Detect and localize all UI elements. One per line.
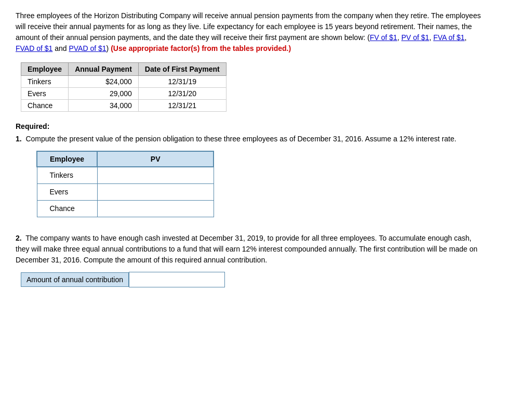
- employee-name: Evers: [21, 88, 69, 100]
- pv-tinkers-cell[interactable]: [97, 167, 214, 183]
- employee-date: 12/31/19: [138, 76, 226, 88]
- table-row: Chance 34,000 12/31/21: [21, 100, 227, 112]
- annual-contribution-row: Amount of annual contribution: [21, 272, 516, 287]
- question-2-section: 2. The company wants to have enough cash…: [16, 233, 516, 287]
- question-2-text: 2. The company wants to have enough cash…: [16, 233, 483, 266]
- pv-col-employee: Employee: [37, 151, 97, 167]
- col-header-payment: Annual Payment: [69, 63, 139, 76]
- annual-contribution-cell[interactable]: [129, 272, 225, 287]
- use-factors-text: (Use appropriate factor(s) from the tabl…: [111, 44, 291, 52]
- employee-payment: $24,000: [69, 76, 139, 88]
- pv-row: Evers: [37, 183, 214, 200]
- pv-tinkers-input[interactable]: [110, 171, 201, 179]
- annual-contribution-label: Amount of annual contribution: [21, 272, 129, 287]
- pvad1-link[interactable]: PVAD of $1: [69, 44, 106, 52]
- fvad1-link[interactable]: FVAD of $1: [16, 44, 52, 52]
- q1-number: 1.: [16, 135, 22, 143]
- pv-col-pv: PV: [97, 151, 214, 167]
- table-row: Evers 29,000 12/31/20: [21, 88, 227, 100]
- fv1-link[interactable]: FV of $1: [370, 33, 397, 42]
- pv1-link[interactable]: PV of $1: [401, 33, 429, 42]
- employee-date: 12/31/21: [138, 100, 226, 112]
- pv-employee-name: Tinkers: [37, 167, 97, 183]
- required-label: Required:: [16, 122, 516, 130]
- employee-table: Employee Annual Payment Date of First Pa…: [21, 62, 227, 112]
- pv-evers-input[interactable]: [110, 188, 201, 196]
- table-row: Tinkers $24,000 12/31/19: [21, 76, 227, 88]
- pv-row: Chance: [37, 200, 214, 217]
- employee-date: 12/31/20: [138, 88, 226, 100]
- q2-number: 2.: [16, 234, 22, 242]
- q2-body: The company wants to have enough cash in…: [16, 234, 477, 264]
- pv-chance-cell[interactable]: [97, 200, 214, 217]
- pv-employee-name: Chance: [37, 200, 97, 217]
- employee-payment: 29,000: [69, 88, 139, 100]
- q1-body: Compute the present value of the pension…: [25, 135, 456, 143]
- pv-employee-name: Evers: [37, 183, 97, 200]
- pv-row: Tinkers: [37, 167, 214, 183]
- pv-table: Employee PV Tinkers Evers Chance: [36, 151, 214, 217]
- employee-name: Tinkers: [21, 76, 69, 88]
- annual-contribution-input[interactable]: [129, 272, 224, 287]
- question-1-text: 1. Compute the present value of the pens…: [16, 134, 483, 144]
- pv-chance-input[interactable]: [110, 204, 201, 213]
- intro-paragraph: Three employees of the Horizon Distribut…: [16, 10, 483, 54]
- col-header-date: Date of First Payment: [138, 63, 226, 76]
- pv-evers-cell[interactable]: [97, 183, 214, 200]
- fva1-link[interactable]: FVA of $1: [433, 33, 464, 42]
- required-section: Required: 1. Compute the present value o…: [16, 122, 516, 287]
- employee-name: Chance: [21, 100, 69, 112]
- col-header-employee: Employee: [21, 63, 69, 76]
- employee-payment: 34,000: [69, 100, 139, 112]
